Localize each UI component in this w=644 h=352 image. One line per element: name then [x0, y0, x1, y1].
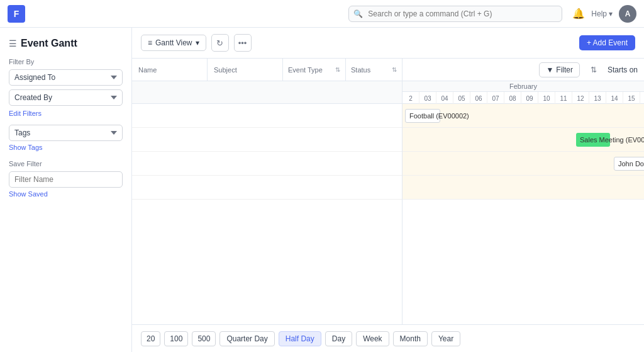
day-cell: 16	[640, 92, 644, 105]
gantt-row-football: Football (EV00002)	[402, 104, 644, 128]
notification-bell-icon[interactable]: 🔔	[572, 8, 585, 20]
edit-filters-link[interactable]: Edit Filters	[9, 110, 123, 117]
gantt-view-button[interactable]: ≡ Gantt View ▾	[141, 35, 206, 51]
page-title: Event Gantt	[21, 38, 77, 49]
add-event-button[interactable]: + Add Event	[579, 35, 635, 50]
col-name: Name	[132, 59, 208, 81]
content-header: ≡ Gantt View ▾ ↻ ••• + Add Event	[132, 28, 644, 59]
day-cell: 11	[555, 92, 572, 105]
gantt-left-panel	[132, 81, 402, 324]
day-cell: 2	[402, 92, 419, 105]
gantt-bar-football[interactable]: Football (EV00002)	[405, 109, 440, 123]
sort-icon: ⇅	[591, 65, 597, 74]
day-cell: 09	[521, 92, 538, 105]
gantt-row-sales-meeting: Sales Meeting (EV00003)	[402, 128, 644, 152]
filter-button[interactable]: ▼ Filter	[539, 62, 580, 77]
gantt-bar-john-doe-label: John Doe on leave (EV00001)	[618, 160, 644, 167]
content-area: ≡ Gantt View ▾ ↻ ••• + Add Event Name Su…	[132, 28, 644, 352]
zoom-500-button[interactable]: 500	[192, 331, 216, 346]
show-saved-link[interactable]: Show Saved	[9, 190, 123, 198]
help-chevron-icon: ▾	[609, 9, 613, 18]
day-cell: 10	[538, 92, 555, 105]
navbar-actions: 🔔 Help ▾ A	[572, 5, 636, 23]
main-layout: ☰ Event Gantt Filter By Assigned To Crea…	[0, 28, 644, 352]
gantt-row-john-doe: John Doe on leave (EV00001)	[402, 152, 644, 176]
gantt-rows: Football (EV00002) Sales Meeting (EV0000…	[402, 104, 644, 200]
event-type-sort-icon[interactable]: ⇅	[335, 66, 340, 73]
filter-label: Filter	[556, 65, 573, 74]
day-cell: 05	[453, 92, 470, 105]
month-label: February	[402, 81, 644, 92]
gantt-view-chevron-icon: ▾	[196, 38, 199, 47]
tags-select[interactable]: Tags	[9, 125, 123, 141]
app-logo[interactable]: F	[8, 5, 25, 23]
page-title-row: ☰ Event Gantt	[9, 38, 123, 49]
days-row: 2030405060708091011121314151617181920212…	[402, 92, 644, 105]
day-cell: 12	[572, 92, 589, 105]
left-panel-month-header	[132, 81, 402, 104]
date-header: February 2030405060708091011121314151617…	[402, 81, 644, 104]
bottom-toolbar: 20 100 500 Quarter Day Half Day Day Week…	[132, 324, 644, 352]
day-cell: 06	[470, 92, 487, 105]
search-input[interactable]	[348, 6, 562, 22]
show-tags-link[interactable]: Show Tags	[9, 144, 123, 151]
gantt-bar-football-label: Football (EV00002)	[409, 112, 469, 120]
col-event-type: Event Type ⇅	[283, 59, 346, 81]
month-button[interactable]: Month	[393, 331, 428, 346]
navbar-search-wrap: 🔍	[348, 6, 562, 22]
gantt-view-label: Gantt View	[155, 38, 192, 47]
refresh-button[interactable]: ↻	[211, 34, 229, 52]
gantt-right-panel[interactable]: February 2030405060708091011121314151617…	[402, 81, 644, 324]
filter-by-label: Filter By	[9, 58, 123, 65]
created-by-select[interactable]: Created By	[9, 89, 123, 106]
search-icon: 🔍	[353, 9, 363, 18]
gantt-chart: February 2030405060708091011121314151617…	[132, 81, 644, 324]
day-cell: 07	[487, 92, 504, 105]
day-cell: 03	[419, 92, 436, 105]
sidebar: ☰ Event Gantt Filter By Assigned To Crea…	[0, 28, 132, 352]
table-row	[132, 104, 402, 128]
gantt-area: Name Subject Event Type ⇅ Status ⇅ ▼ Fil…	[132, 59, 644, 324]
add-event-label: + Add Event	[587, 38, 628, 47]
col-subject: Subject	[208, 59, 283, 81]
half-day-button[interactable]: Half Day	[279, 331, 321, 346]
zoom-100-button[interactable]: 100	[164, 331, 188, 346]
year-button[interactable]: Year	[431, 331, 460, 346]
week-button[interactable]: Week	[356, 331, 389, 346]
filter-icon: ▼	[546, 65, 553, 74]
sort-button[interactable]: ⇅	[585, 62, 602, 77]
gantt-bar-sales-meeting-label: Sales Meeting (EV00003)	[580, 136, 644, 144]
hamburger-icon[interactable]: ☰	[9, 38, 17, 48]
gantt-table-header: Name Subject Event Type ⇅ Status ⇅ ▼ Fil…	[132, 59, 644, 81]
avatar[interactable]: A	[619, 5, 636, 23]
starts-on-label: Starts on	[608, 65, 638, 74]
col-status: Status ⇅	[346, 59, 402, 81]
gantt-bar-sales-meeting[interactable]: Sales Meeting (EV00003)	[576, 133, 610, 147]
day-cell: 14	[606, 92, 623, 105]
day-cell: 04	[436, 92, 453, 105]
more-options-button[interactable]: •••	[234, 34, 252, 52]
status-sort-icon[interactable]: ⇅	[392, 66, 397, 73]
gantt-row-conference: ERPNext Conference (EV00004)	[402, 176, 644, 200]
save-filter-label: Save Filter	[9, 160, 123, 167]
gantt-chart-wrap: February 2030405060708091011121314151617…	[132, 81, 644, 324]
filter-name-input[interactable]	[9, 171, 123, 188]
day-cell: 08	[504, 92, 521, 105]
help-menu[interactable]: Help ▾	[591, 9, 613, 18]
gantt-right-header: ▼ Filter ⇅ Starts on	[402, 62, 644, 77]
day-button[interactable]: Day	[325, 331, 352, 346]
table-row	[132, 152, 402, 176]
day-cell: 15	[623, 92, 640, 105]
navbar: F 🔍 🔔 Help ▾ A	[0, 0, 644, 28]
zoom-20-button[interactable]: 20	[141, 331, 160, 346]
quarter-day-button[interactable]: Quarter Day	[219, 331, 274, 346]
gantt-bar-john-doe[interactable]: John Doe on leave (EV00001)	[614, 157, 644, 171]
help-label: Help	[591, 9, 607, 18]
table-row	[132, 176, 402, 200]
assigned-to-select[interactable]: Assigned To	[9, 69, 123, 86]
gantt-icon: ≡	[148, 38, 152, 47]
table-row	[132, 128, 402, 152]
day-cell: 13	[589, 92, 606, 105]
